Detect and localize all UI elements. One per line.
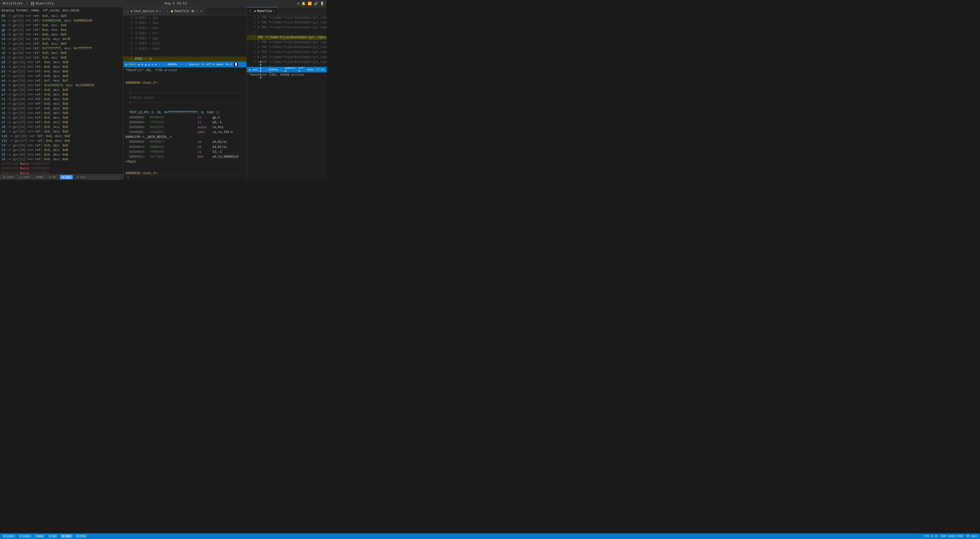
right-tab-bar: 1. ● Makefile ✕	[247, 7, 327, 16]
tab-badge: 1	[191, 10, 194, 13]
prompt-text: :|	[126, 176, 129, 179]
reg-t2: t2 -> gpr[7] ==> ref: 0xffffffff, mcu: 0…	[2, 46, 122, 51]
tab-nemu[interactable]: nemu	[34, 175, 45, 179]
tab-num-1: 1.	[126, 10, 129, 13]
tab-makefile[interactable]: 2. Makefile 1 ✕ ⊕	[164, 7, 205, 16]
cursor-pos: 34:3	[225, 63, 232, 66]
tray-icon-wifi: 📶	[308, 2, 312, 6]
topbar-left: Activities | Alacritty	[3, 2, 54, 5]
spaces-info: spaces: 0	[189, 63, 204, 66]
match-line-2: !!!!!!!!! Match !!!!!!!!!!	[2, 166, 122, 171]
reg-gp: gp -> gpr[3] ==> ref: 0xa, mcu: 0xa	[2, 28, 122, 32]
reg-a7: a7 -> gpr[17] ==> ref: 0x0, mcu: 0x0	[2, 92, 122, 97]
asm-label-test2: 80000000 <test_2>:	[126, 81, 244, 86]
reg-s6: s6 -> gpr[22] ==> ref: 0x0, mcu: 0x0	[2, 116, 122, 120]
middle-editor[interactable]: 8 # EXEC = jal 5 # EXEC = beq 6 # EXEC =…	[123, 16, 247, 62]
reg-s0: s0 -> gpr[8] ==> ref: 0x0, mcu: 0x0	[2, 51, 122, 55]
code-line-2-bgeu: 2 # EXEC = bgeu	[123, 46, 247, 51]
reg-a0: a0 -> gpr[10] ==> ref: 0x0, mcu: 0x0	[2, 60, 122, 65]
asm-basic-tests: # Basic tests	[126, 95, 244, 100]
code-line-1-empty: 1	[123, 51, 247, 57]
reg-s10: s10 -> gpr[26] ==> ref: 0x0, mcu: 0x0	[2, 134, 122, 139]
asm-line-80000018: 80000018: fff00393 li t2,-1	[126, 150, 244, 155]
branch-name: main	[129, 63, 136, 66]
reg-t0: t0 -> gpr[5] ==> ref: 0x78, mcu: 0x78	[2, 37, 122, 41]
reg-t3: t3 -> gpr[28] ==> ref: 0x0, mcu: 0x0	[2, 143, 122, 148]
app-title: Alacritty	[36, 2, 54, 5]
tray-icon-volume: 🔊	[314, 2, 318, 6]
reg-s5: s5 -> gpr[21] ==> ref: 0x0, mcu: 0x0	[2, 111, 122, 116]
asm-macro-call-1: TEST_LD_OP( 2, lb, 0xffffffffffffffff, 0…	[126, 110, 244, 115]
middle-tab-bar: 1. ● test_macros.h ✕ 2. Makefile 1 ✕ ⊕	[123, 7, 247, 16]
tab-3-npc[interactable]: 3 npc	[60, 175, 73, 179]
right-code-line-2-lw: 2 # IMG ?=/home/fujie/Developer/git_repo…	[247, 45, 327, 50]
right-tab-label-makefile: Makefile	[257, 10, 272, 13]
asm-line-8000001c: 8000001c: 2a771663 bne a4,t2,800002c8 <f…	[126, 155, 244, 164]
tab-label-makefile: Makefile	[174, 10, 189, 13]
reg-s1: s1 -> gpr[9] ==> ref: 0x0, mcu: 0x0	[2, 55, 122, 60]
right-code-line-3-lbu: 3 # IMG ?=/home/fujie/Developer/git_repo…	[247, 50, 327, 55]
tab-0-ysyx[interactable]: 0 ysyx	[2, 175, 16, 179]
asm-line-80000010: 80000010: 00f08023 sb a5,0(ra)	[126, 140, 244, 144]
right-tab-num-1: 1.	[249, 10, 253, 13]
assembly-view[interactable]: 80000000 <test_2>: #--------------------…	[123, 73, 247, 175]
asm-label-test3: 80000020 <test_3>:	[126, 171, 244, 175]
match-line-3: !!!!!!!!! Match !!!!!!!!!!	[2, 171, 122, 174]
asm-dashes-2: #---------------------------------------…	[126, 100, 244, 105]
right-encoding: utf-8	[298, 67, 305, 73]
right-code-line-2-bgeu: 2 # IMG ?=/home/fujie/Developer/git_repo…	[247, 25, 327, 30]
reg-s4: s4 -> gpr[20] ==> ref: 0x0, mcu: 0x0	[2, 106, 122, 111]
app-name: Alacritty	[31, 2, 54, 5]
vim-icon: ⊕	[126, 63, 127, 66]
right-cursor-pos: 77:91	[316, 68, 325, 71]
reg-ra: ra -> gpr[1] ==> ref: 0x800012d0, mcu: 0…	[2, 19, 122, 23]
right-vim-icon: ⊕	[249, 68, 251, 71]
tray-icon-2: 🔔	[301, 2, 305, 6]
right-tab-close-1[interactable]: ✕	[273, 10, 275, 13]
asm-line-80000004: 80000004: fff00793 li a5,-1	[126, 120, 244, 125]
filetype-info: make	[217, 63, 223, 66]
reg-s2: s2 -> gpr[18] ==> ref: 0x0, mcu: 0x0	[2, 97, 122, 102]
topbar-right: ⚙ 🔔 📶 🔊 🔋	[298, 2, 324, 6]
asm-blank-4	[126, 164, 244, 169]
code-line-4-bge: 4 # EXEC = bge	[123, 36, 247, 41]
right-tab-makefile[interactable]: 1. ● Makefile ✕	[247, 7, 278, 16]
left-panel: Display Format: name, ref_value, mcu_val…	[0, 7, 123, 180]
asm-line-8000000c: 8000000c: 2e808093 addi ra,ra,744 # 8000…	[126, 130, 244, 140]
asm-blank-1	[126, 74, 244, 79]
tab-4-rtl[interactable]: 4 rtl	[75, 175, 88, 179]
right-code-line-1-empty: 1	[247, 30, 327, 35]
tab-indicator-1: ●	[130, 10, 132, 13]
tab-test-macros[interactable]: 1. ● test_macros.h ✕	[123, 7, 164, 16]
right-code-line-4-bge: 4 # IMG ?=/home/fujie/Developer/git_repo…	[247, 16, 327, 20]
reg-a3: a3 -> gpr[13] ==> ref: 0x0, mcu: 0x0	[2, 74, 122, 79]
asm-line-80000000: 80000000: 00200193 li gp,2	[126, 115, 244, 120]
reg-a6: a6 -> gpr[16] ==> ref: 0x0, mcu: 0x0	[2, 88, 122, 92]
right-editor[interactable]: 4 # IMG ?=/home/fujie/Developer/git_repo…	[247, 16, 327, 67]
topbar: Activities | Alacritty Aug 3 19:13 ⚙ 🔔 📶…	[0, 0, 327, 7]
asm-line-80000014: 80000014: 00008703 lb a4,0(ra)	[126, 145, 244, 150]
reg-tp: tp -> gpr[4] ==> ref: 0x0, mcu: 0x0	[2, 32, 122, 37]
right-code-line-1-lh: 1 # IMG ?=/home/fujie/Developer/git_repo…	[247, 40, 327, 45]
middle-panel: 1. ● test_macros.h ✕ 2. Makefile 1 ✕ ⊕ 8…	[123, 7, 247, 180]
middle-output-line: "Makefile" 49L, 579B written	[123, 67, 247, 73]
reg-zero: $0 -> gpr[0] ==> ref: 0x0, mcu: 0x0	[2, 14, 122, 19]
tab-close-1[interactable]: ✕	[159, 9, 161, 13]
reg-a5: a5 -> gpr[15] ==> ref: 0x12345678, mcu: …	[2, 83, 122, 88]
left-statusbar: 0 ysyx 1 ysyx nemu 2 so 3 npc 4 rtl	[0, 174, 123, 180]
asm-dashes-1: #---------------------------------------…	[126, 90, 244, 95]
right-code-line-4-lhu: 4 # IMG ?=/home/fujie/Developer/git_repo…	[247, 55, 327, 60]
code-line-8-jal: 8 # EXEC = jal	[123, 16, 247, 21]
tab-extra-icon: ⊕	[200, 9, 202, 13]
activities-button[interactable]: Activities	[3, 2, 22, 5]
reg-t4: t4 -> gpr[29] ==> ref: 0x0, mcu: 0x0	[2, 148, 122, 152]
tab-1-ysyx[interactable]: 1 ysyx	[18, 175, 32, 179]
tray-icon-1: ⚙	[298, 2, 299, 6]
status-icons: ● 0 ▲ 0 ✕ 0	[138, 63, 157, 66]
reg-s9: s9 -> gpr[25] ==> ref: 0x0, mcu: 0x0	[2, 129, 122, 134]
reg-s7: s7 -> gpr[23] ==> ref: 0x0, mcu: 0x0	[2, 120, 122, 125]
reg-s8: s8 -> gpr[24] ==> ref: 0x0, mcu: 0x0	[2, 125, 122, 129]
tab-close-2[interactable]: ✕	[196, 9, 198, 13]
tab-2-so[interactable]: 2 so	[47, 175, 58, 179]
code-line-5-beq: 5 # EXEC = beq	[123, 21, 247, 26]
